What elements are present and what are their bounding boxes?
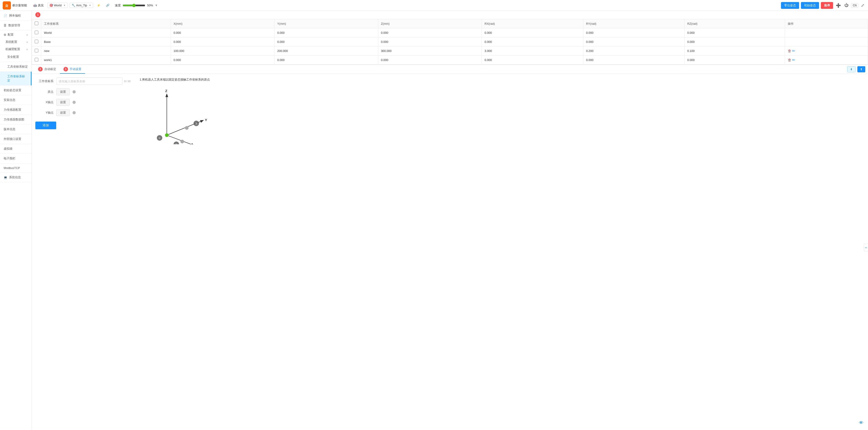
sidebar-item-virtual-wall[interactable]: 虚拟墙 [0,144,31,154]
main-content: 1 工作坐标系 X(mm) Y(mm) Z(mm) RX(rad) RY(rad… [32,11,868,430]
tool-dropdown[interactable]: 🔧 Arm_Tip ▼ [69,3,93,8]
edit-row-2[interactable]: ✏ [792,49,795,53]
sidebar-label-modbus: ModbusTCP [4,166,20,170]
collapse-button[interactable]: ‹‹ [864,243,868,251]
config-arrow: ∧ [26,34,28,36]
sidebar-item-version[interactable]: 版本信息 [0,124,31,134]
row-rx-0: 0.000 [482,28,583,37]
coord-frame-arrow: ▼ [63,4,66,7]
tab-manual-label: 手动设置 [69,67,81,71]
col-ry: RY(rad) [583,19,685,28]
sidebar-item-force-data[interactable]: 力传感器数据图 [0,115,31,124]
sidebar-item-tool-calib[interactable]: 工具坐标系标定 [0,62,31,71]
col-checkbox [32,19,41,28]
panel-content: 工作坐标系 0 / 10 原点 设置 X轴点 [32,74,868,148]
row-rx-2: 3.000 [482,47,583,56]
tab-auto-badge: 2 [38,67,42,71]
delete-row-3[interactable]: 🗑 [788,58,792,62]
row-actions-0 [785,28,868,37]
origin-set-button[interactable]: 设置 [56,88,70,95]
form-yaxis-label: Y轴点 [35,111,54,115]
sidebar-item-init-pose[interactable]: 初始姿态设置 [0,86,31,95]
speed-chevron[interactable]: ▼ [155,4,158,7]
add-icon[interactable]: ➕ [835,2,842,9]
row-rz-3: 0.000 [684,56,785,65]
sidebar-item-work-calib[interactable]: 工作坐标系标定 [0,71,31,86]
sidebar-label-sys-info: 系统信息 [9,175,21,179]
sidebar-item-install[interactable]: 安装信息 [0,95,31,105]
col-name: 工作坐标系 [41,19,171,28]
svg-text:Z: Z [165,89,167,93]
svg-text:Y: Y [205,118,207,122]
form-row-yaxis: Y轴点 设置 [35,109,130,116]
power-icon[interactable]: ⏻ [843,2,849,9]
yaxis-set-button[interactable]: 设置 [56,109,70,116]
sidebar-label-version: 版本信息 [4,127,16,131]
speed-slider[interactable] [123,4,145,7]
tab-manual-badge: 3 [63,67,68,71]
table-header-row: 工作坐标系 X(mm) Y(mm) Z(mm) RX(rad) RY(rad) … [32,19,868,28]
sidebar-item-e-fence[interactable]: 电子围栏 [0,154,31,164]
sidebar: 📄 脚本编程 🗄 数据管理 ⚙ 配置 ∧ 系统配置 ∨ 机械臂配置 ∧ 安全配置… [0,11,32,430]
io-icon-btn[interactable]: ⚡ [95,3,102,8]
tab-manual[interactable]: 3 手动设置 [60,65,85,74]
edit-row-3[interactable]: ✏ [792,58,795,62]
char-count: 0 / 10 [124,80,130,83]
add-button[interactable]: 添加 [35,121,56,129]
sidebar-label-data: 数据管理 [8,23,20,27]
row-rz-0: 0.000 [684,28,785,37]
expand-icon[interactable]: ⤢ [860,2,865,9]
eye-icon-btn[interactable]: 👁 [859,420,864,426]
lang-badge[interactable]: CN [851,3,858,8]
sidebar-item-sys-info[interactable]: 💻 系统信息 [0,173,31,182]
mode-selector[interactable]: 🤖 真实 [31,2,45,8]
speed-value: 50% [147,4,153,7]
select-all-checkbox[interactable] [35,22,38,25]
upload-button[interactable]: ⬆ [857,66,865,73]
sidebar-item-force-sensor[interactable]: 力传感器配置 [0,105,31,115]
logo-icon: R [3,1,11,9]
sidebar-item-data[interactable]: 🗄 数据管理 [0,21,31,30]
topbar-right: 零位姿态 初始姿态 急停 ➕ ⏻ CN ⤢ [781,2,865,9]
download-button[interactable]: ⬇ [847,66,856,73]
sidebar-item-ext-interface[interactable]: 外部接口设置 [0,134,31,144]
table-row: World 0.000 0.000 0.000 0.000 0.000 0.00… [32,28,868,37]
sidebar-group-sys-config[interactable]: 系统配置 ∨ [0,38,31,45]
tool-icon: 🔧 [72,4,75,7]
row-z-3: 0.000 [378,56,482,65]
sidebar-group-arm-config[interactable]: 机械臂配置 ∧ [0,45,31,52]
panel-tab-actions: ⬇ ⬆ [844,65,868,74]
row-checkbox-0[interactable] [35,31,38,34]
form-row-coord: 工作坐标系 0 / 10 [35,78,130,85]
origin-dot [72,90,76,93]
sidebar-item-safety[interactable]: 安全配置 [0,52,31,62]
coord-frame-value: World [54,4,62,7]
delete-row-2[interactable]: 🗑 [788,49,792,53]
row-name-0: World [41,28,171,37]
zero-pose-button[interactable]: 零位姿态 [781,2,799,9]
sidebar-label-e-fence: 电子围栏 [4,156,16,161]
tab-auto-label: 自动标定 [44,67,56,71]
svg-line-4 [167,135,194,144]
sidebar-item-script[interactable]: 📄 脚本编程 [0,11,31,21]
coord-frame-icon: 🎯 [50,4,53,7]
sys-config-arrow: ∨ [26,41,28,43]
tab-auto[interactable]: 2 自动标定 [34,65,60,74]
form-origin-label: 原点 [35,90,54,94]
connect-icon-btn[interactable]: 🔗 [104,3,111,8]
sidebar-group-config[interactable]: ⚙ 配置 ∧ [0,30,31,38]
coord-frame-dropdown[interactable]: 🎯 World ▼ [48,3,68,8]
xaxis-set-button[interactable]: 设置 [56,99,70,106]
topbar: R 睿尔曼智能 🤖 真实 🎯 World ▼ 🔧 Arm_Tip ▼ ⚡ 🔗 速… [0,0,868,11]
row-x-2: 100.000 [170,47,274,56]
row-x-0: 0.000 [170,28,274,37]
row-checkbox-2[interactable] [35,49,38,52]
coord-name-input[interactable] [56,78,122,85]
row-checkbox-3[interactable] [35,58,38,61]
init-pose-button[interactable]: 初始姿态 [801,2,819,9]
row-actions-3: 🗑 ✏ [785,56,868,65]
svg-point-14 [185,126,189,130]
sidebar-item-modbus[interactable]: ModbusTCP [0,164,31,173]
row-checkbox-1[interactable] [35,40,38,43]
estop-button[interactable]: 急停 [821,2,833,9]
